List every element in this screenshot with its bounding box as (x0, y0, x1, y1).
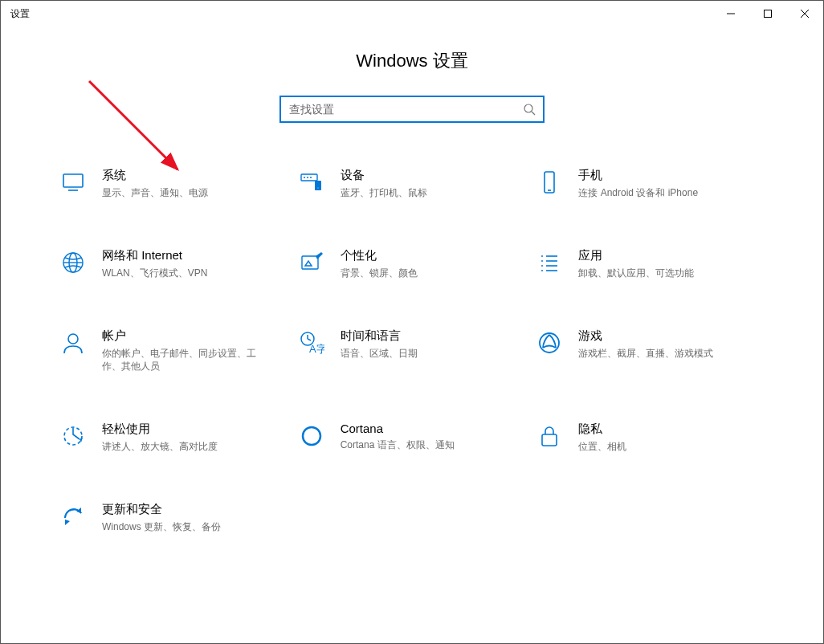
tile-title: 隐私 (578, 422, 626, 437)
svg-point-33 (540, 333, 559, 353)
tile-desc: 讲述人、放大镜、高对比度 (102, 440, 218, 454)
tile-title: Cortana (341, 422, 455, 435)
tile-title: 网络和 Internet (102, 248, 207, 263)
apps-icon (535, 248, 564, 277)
svg-marker-39 (65, 520, 70, 525)
update-icon (59, 502, 88, 531)
settings-grid: 系统 显示、声音、通知、电源 设备 蓝牙、打印机、鼠标 手机 (59, 168, 765, 534)
minimize-button[interactable] (712, 1, 749, 26)
accounts-icon (59, 328, 88, 357)
svg-rect-14 (545, 172, 554, 193)
tile-title: 时间和语言 (341, 328, 418, 344)
tile-cortana[interactable]: Cortana Cortana 语言、权限、通知 (297, 422, 528, 454)
network-icon (59, 248, 88, 277)
tile-desc: 你的帐户、电子邮件、同步设置、工作、其他人员 (102, 347, 263, 374)
svg-point-28 (68, 334, 78, 344)
tile-title: 轻松使用 (102, 422, 218, 437)
tile-desc: Cortana 语言、权限、通知 (341, 438, 455, 452)
tile-apps[interactable]: 应用 卸载、默认应用、可选功能 (535, 248, 765, 280)
tile-desc: 位置、相机 (578, 440, 626, 454)
gaming-icon (535, 328, 564, 357)
svg-line-40 (89, 81, 177, 169)
svg-point-13 (316, 187, 318, 189)
tile-system[interactable]: 系统 显示、声音、通知、电源 (59, 168, 289, 200)
svg-rect-1 (765, 10, 772, 18)
system-icon (59, 168, 88, 197)
svg-rect-37 (542, 434, 557, 446)
window-title: 设置 (10, 7, 30, 21)
tile-title: 更新和安全 (102, 502, 221, 517)
tile-desc: 背景、锁屏、颜色 (341, 267, 418, 280)
tile-ease-of-access[interactable]: 轻松使用 讲述人、放大镜、高对比度 (59, 422, 289, 454)
tile-desc: 语音、区域、日期 (341, 347, 418, 361)
personalization-icon (297, 248, 326, 277)
tile-title: 游戏 (578, 328, 713, 344)
phone-icon (535, 168, 564, 197)
tile-title: 系统 (102, 168, 208, 183)
svg-line-5 (532, 112, 535, 115)
search-input[interactable] (281, 97, 516, 121)
privacy-icon (535, 422, 564, 450)
tile-phone[interactable]: 手机 连接 Android 设备和 iPhone (535, 168, 765, 200)
tile-network[interactable]: 网络和 Internet WLAN、飞行模式、VPN (59, 248, 289, 280)
tile-title: 手机 (578, 168, 698, 183)
devices-icon (297, 168, 326, 197)
tile-desc: Windows 更新、恢复、备份 (102, 520, 221, 534)
svg-line-31 (308, 339, 311, 340)
ease-of-access-icon (59, 422, 88, 450)
svg-point-4 (524, 104, 532, 112)
tile-desc: 蓝牙、打印机、鼠标 (341, 186, 427, 200)
title-bar: 设置 (1, 1, 823, 26)
tile-desc: WLAN、飞行模式、VPN (102, 267, 207, 280)
tile-update-security[interactable]: 更新和安全 Windows 更新、恢复、备份 (59, 502, 289, 534)
page-title: Windows 设置 (1, 49, 823, 73)
tile-desc: 游戏栏、截屏、直播、游戏模式 (578, 347, 713, 361)
tile-privacy[interactable]: 隐私 位置、相机 (535, 422, 765, 454)
tile-personalization[interactable]: 个性化 背景、锁屏、颜色 (297, 248, 528, 280)
search-icon (516, 103, 543, 116)
cortana-icon (297, 422, 326, 450)
tile-desc: 显示、声音、通知、电源 (102, 186, 208, 200)
time-language-icon: A字 (297, 328, 326, 357)
tile-title: 设备 (341, 168, 427, 183)
svg-rect-6 (63, 174, 83, 187)
svg-point-36 (303, 427, 320, 445)
tile-desc: 卸载、默认应用、可选功能 (578, 267, 694, 280)
tile-devices[interactable]: 设备 蓝牙、打印机、鼠标 (297, 168, 528, 200)
tile-desc: 连接 Android 设备和 iPhone (578, 186, 698, 200)
tile-time-language[interactable]: A字 时间和语言 语音、区域、日期 (297, 328, 528, 374)
maximize-button[interactable] (749, 1, 786, 26)
close-button[interactable] (786, 1, 823, 26)
tile-title: 应用 (578, 248, 694, 263)
svg-text:A字: A字 (309, 343, 324, 355)
tile-gaming[interactable]: 游戏 游戏栏、截屏、直播、游戏模式 (535, 328, 765, 374)
window-controls (712, 1, 823, 26)
tile-title: 个性化 (341, 248, 418, 263)
tile-accounts[interactable]: 帐户 你的帐户、电子邮件、同步设置、工作、其他人员 (59, 328, 289, 374)
tile-title: 帐户 (102, 328, 263, 344)
search-box[interactable] (279, 96, 545, 123)
